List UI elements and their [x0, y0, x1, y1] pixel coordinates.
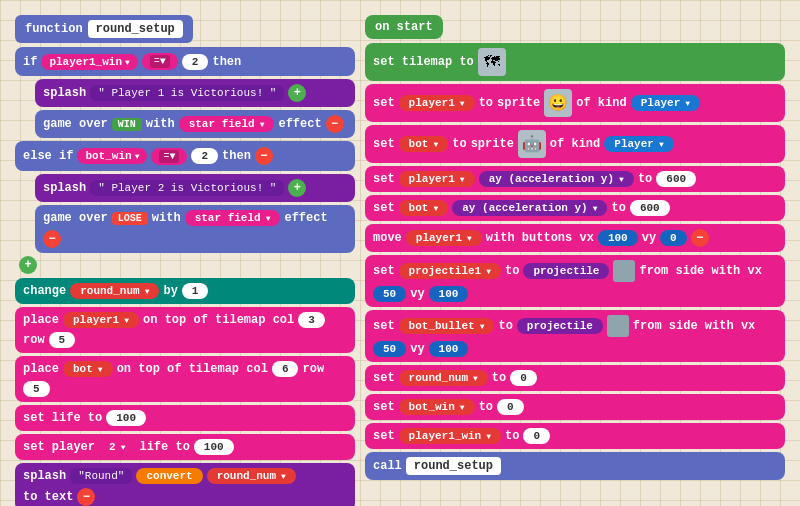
function-name: round_setup — [88, 20, 183, 38]
game-over-lose-block: game over LOSE with star field ▼ effect … — [35, 205, 355, 253]
projectile-keyword2: projectile — [517, 318, 603, 334]
row-5: 5 — [49, 332, 76, 348]
then-keyword2: then — [222, 149, 251, 163]
set-keyword5: set — [373, 201, 395, 215]
splash-plus-btn[interactable]: + — [288, 84, 306, 102]
to-keyword2: to — [452, 137, 466, 151]
sprite-keyword2: sprite — [471, 137, 514, 151]
round-str: "Round" — [70, 468, 132, 484]
game-over-win-block: game over WIN with star field ▼ effect − — [35, 110, 355, 138]
on-start-header: on start — [365, 15, 443, 39]
gameover-minus-btn[interactable]: − — [326, 115, 344, 133]
row-keyword2: row — [302, 362, 324, 376]
value-2: 2 — [182, 54, 209, 70]
set-player1-sprite-block: set player1 ▼ to sprite 😀 of kind Player… — [365, 84, 785, 122]
val-0b: 0 — [497, 399, 524, 415]
of-kind-keyword: of kind — [576, 96, 626, 110]
projectile-keyword: projectile — [523, 263, 609, 279]
function-header: function round_setup — [15, 15, 193, 43]
set-life-block: set life to 100 — [15, 405, 355, 431]
move-minus-btn[interactable]: − — [691, 229, 709, 247]
botwin-var: bot_win — [77, 148, 147, 164]
splash-keyword2: splash — [43, 181, 86, 195]
player1-sprite-img: 😀 — [544, 89, 572, 117]
on-start-label: on start — [375, 20, 433, 34]
splash2-plus-btn[interactable]: + — [288, 179, 306, 197]
else-if-keyword: else if — [23, 149, 73, 163]
lose-badge: LOSE — [112, 212, 148, 225]
with-keyword2: with — [152, 211, 181, 225]
splash-keyword3: splash — [23, 469, 66, 483]
win-badge: WIN — [112, 118, 142, 131]
col-3: 3 — [298, 312, 325, 328]
val-0: 0 — [510, 370, 537, 386]
set-keyword6: set — [373, 264, 395, 278]
from-side-keyword: from side with vx — [639, 264, 761, 278]
add-branch-btn[interactable]: + — [19, 256, 37, 274]
to-keyword5: to — [505, 264, 519, 278]
life-keyword: life to — [139, 440, 189, 454]
splash-text-1: " Player 1 is Victorious! " — [90, 85, 284, 101]
splash-keyword: splash — [43, 86, 86, 100]
to-keyword4: to — [611, 201, 625, 215]
of-kind-keyword2: of kind — [550, 137, 600, 151]
row-keyword: row — [23, 333, 45, 347]
splash-text-2: " Player 2 is Victorious! " — [90, 180, 284, 196]
splash-player2-victorious: splash " Player 2 is Victorious! " + — [35, 174, 355, 202]
set-roundnum-block: set round_num ▼ to 0 — [365, 365, 785, 391]
projectile1-var: projectile1 ▼ — [399, 263, 501, 279]
starfield-var2: star field ▼ — [185, 210, 281, 226]
effect-keyword2: effect — [284, 211, 327, 225]
place-bot-block: place bot ▼ on top of tilemap col 6 row … — [15, 356, 355, 402]
row-5b: 5 — [23, 381, 50, 397]
then-keyword: then — [212, 55, 241, 69]
place-keyword: place — [23, 313, 59, 327]
set-bot-bullet-block: set bot_bullet ▼ to projectile from side… — [365, 310, 785, 362]
effect-keyword: effect — [278, 117, 321, 131]
gameover2-minus-btn[interactable]: − — [43, 230, 61, 248]
equals-op: =▼ — [142, 53, 178, 70]
to-keyword7: to — [492, 371, 506, 385]
splash3-minus-btn[interactable]: − — [77, 488, 95, 506]
bot-sprite-img: 🤖 — [518, 130, 546, 158]
elseif-minus-btn[interactable]: − — [255, 147, 273, 165]
to-keyword6: to — [498, 319, 512, 333]
to-keyword3: to — [638, 172, 652, 186]
ay-val-600: 600 — [656, 171, 696, 187]
on-top-of-keyword2: on top of tilemap col — [117, 362, 268, 376]
life-100: 100 — [106, 410, 146, 426]
proj1-vy: 100 — [429, 286, 469, 302]
call-fn-name: round_setup — [406, 457, 501, 475]
vy-keyword2: vy — [410, 287, 424, 301]
function-keyword: function — [25, 22, 83, 36]
proj1-vx: 50 — [373, 286, 406, 302]
value-2b: 2 — [191, 148, 218, 164]
roundnum-var: round_num ▼ — [70, 283, 159, 299]
player1-var4: player1 ▼ — [406, 230, 482, 246]
set-projectile1-block: set projectile1 ▼ to projectile from sid… — [365, 255, 785, 307]
col-6: 6 — [272, 361, 299, 377]
ay-prop: ay (acceleration y) ▼ — [479, 171, 634, 187]
call-round-setup-block: call round_setup — [365, 452, 785, 480]
with-buttons-keyword: with buttons vx — [486, 231, 594, 245]
change-value: 1 — [182, 283, 209, 299]
if-keyword: if — [23, 55, 37, 69]
to-text-keyword: to text — [23, 490, 73, 504]
player1win-var: player1_win — [41, 54, 137, 70]
player-kind2: Player ▼ — [604, 136, 673, 152]
move-player1-block: move player1 ▼ with buttons vx 100 vy 0 … — [365, 224, 785, 252]
call-keyword: call — [373, 459, 402, 473]
to-keyword: to — [479, 96, 493, 110]
set-bot-sprite-block: set bot ▼ to sprite 🤖 of kind Player ▼ — [365, 125, 785, 163]
splash-round-block: splash "Round" convert round_num ▼ to te… — [15, 463, 355, 506]
workspace: function round_setup if player1_win =▼ 2… — [0, 0, 800, 506]
projectile1-img — [613, 260, 635, 282]
set-keyword9: set — [373, 400, 395, 414]
tilemap-icon: 🗺 — [478, 48, 506, 76]
left-panel: function round_setup if player1_win =▼ 2… — [15, 15, 355, 491]
bot-var: bot ▼ — [63, 361, 113, 377]
set-bot-ay-block: set bot ▼ ay (acceleration y) ▼ to 600 — [365, 195, 785, 221]
set-player1win-block: set player1_win ▼ to 0 — [365, 423, 785, 449]
splash-player1-victorious: splash " Player 1 is Victorious! " + — [35, 79, 355, 107]
set-keyword: set player — [23, 440, 95, 454]
